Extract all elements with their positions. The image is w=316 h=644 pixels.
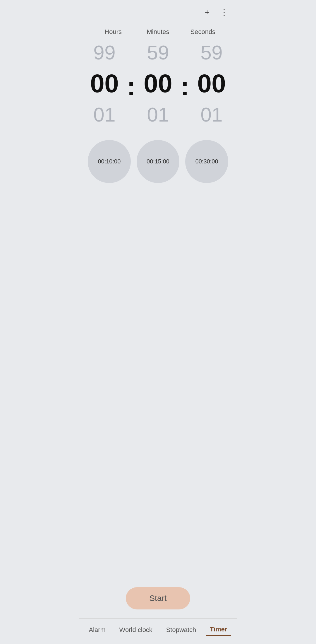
minutes-picker[interactable]: 59 00 01 — [135, 39, 181, 128]
add-icon: + — [205, 8, 209, 17]
separator-1: : — [127, 64, 135, 104]
nav-label-timer: Timer — [210, 626, 227, 633]
minutes-next: 01 — [147, 101, 169, 129]
preset-button-2[interactable]: 00:30:00 — [185, 140, 228, 183]
preset-label-2: 00:30:00 — [195, 158, 218, 165]
preset-label-1: 00:15:00 — [147, 158, 169, 165]
seconds-current: 00 — [197, 66, 226, 101]
add-button[interactable]: + — [200, 5, 214, 19]
separator-2: : — [181, 64, 189, 104]
seconds-next: 01 — [200, 101, 223, 129]
seconds-picker[interactable]: 59 00 01 — [189, 39, 234, 128]
minutes-current: 00 — [144, 66, 172, 101]
seconds-prev: 59 — [200, 39, 223, 66]
hours-current: 00 — [90, 66, 119, 101]
minutes-header: Minutes — [135, 28, 180, 36]
hours-prev: 99 — [93, 39, 116, 66]
nav-label-world-clock: World clock — [119, 626, 152, 634]
hours-header: Hours — [91, 28, 135, 36]
time-headers: Hours Minutes Seconds — [79, 22, 237, 39]
more-button[interactable]: ⋮ — [217, 5, 231, 19]
start-button[interactable]: Start — [126, 587, 190, 609]
top-bar: + ⋮ — [79, 0, 237, 22]
nav-label-alarm: Alarm — [89, 626, 105, 634]
preset-button-1[interactable]: 00:15:00 — [137, 140, 180, 183]
nav-item-timer[interactable]: Timer — [206, 624, 231, 636]
preset-button-0[interactable]: 00:10:00 — [88, 140, 131, 183]
time-picker: 99 00 01 : 59 00 01 : 59 00 01 — [79, 39, 237, 128]
nav-item-stopwatch[interactable]: Stopwatch — [163, 624, 200, 636]
hours-picker[interactable]: 99 00 01 — [82, 39, 127, 128]
nav-item-alarm[interactable]: Alarm — [85, 624, 109, 636]
seconds-header: Seconds — [181, 28, 225, 36]
bottom-nav: Alarm World clock Stopwatch Timer — [79, 618, 237, 644]
preset-label-0: 00:10:00 — [98, 158, 121, 165]
nav-item-world-clock[interactable]: World clock — [116, 624, 156, 636]
presets-area: 00:10:00 00:15:00 00:30:00 — [79, 131, 237, 189]
hours-next: 01 — [93, 101, 116, 129]
minutes-prev: 59 — [147, 39, 169, 66]
more-icon: ⋮ — [220, 8, 228, 17]
nav-label-stopwatch: Stopwatch — [166, 626, 196, 634]
start-area: Start — [79, 578, 237, 615]
